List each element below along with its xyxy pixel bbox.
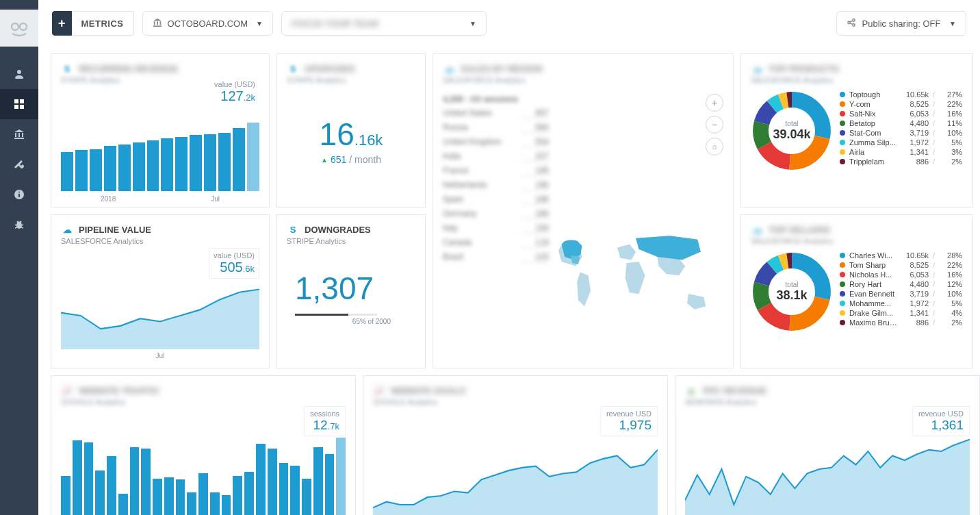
org-selector-label: OCTOBOARD.COM (168, 18, 248, 29)
card-pipeline-value[interactable]: ☁PIPELINE VALUE SALESFORCE Analytics val… (51, 214, 270, 368)
metrics-button[interactable]: METRICS (72, 11, 134, 36)
legend-item: Rory Hart4,480/12% (840, 279, 963, 289)
legend-item: Airla1,341/3% (840, 147, 963, 157)
legend-item: Tom Sharp8,525/22% (840, 260, 963, 270)
sharing-selector[interactable]: Public sharing: OFF ▼ (836, 11, 966, 36)
card-upgrades[interactable]: SUPGRADES STRIPE Analytics 16.16k ▲ 651 … (276, 53, 426, 208)
svg-rect-4 (20, 99, 24, 103)
card-sales-by-region[interactable]: ☁SALES BY REGION SALESFORCE Analytics + … (433, 53, 734, 368)
legend-item: Maximo Bruce886/2% (840, 318, 963, 327)
org-selector[interactable]: OCTOBOARD.COM ▼ (142, 11, 273, 36)
legend-item: Evan Bennett3,719/10% (840, 289, 963, 299)
svg-rect-8 (18, 133, 20, 137)
svg-rect-21 (153, 21, 155, 25)
region-list: 4,200 - All sessionsUnited States957Russ… (443, 92, 549, 264)
world-map[interactable] (546, 191, 719, 347)
svg-rect-23 (159, 21, 161, 25)
legend-item: Nicholas H...6,053/16% (840, 270, 963, 279)
card-downgrades[interactable]: SDOWNGRADES STRIPE Analytics 1,307 65% o… (276, 214, 426, 368)
salesforce-icon: ☁ (61, 223, 73, 236)
nav-item-bug-icon[interactable] (0, 210, 38, 240)
analytics-icon: 📈 (61, 384, 73, 397)
nav-item-info-icon[interactable] (0, 179, 38, 210)
card-subtitle: GOOGLE Analytics (373, 398, 658, 406)
nav-item-plug-icon[interactable] (0, 149, 38, 179)
card-subtitle: SALESFORCE Analytics (751, 237, 963, 245)
legend-item: Betatop4,480/11% (840, 118, 963, 128)
value-tag: value (USD) 127.2k (210, 77, 259, 107)
legend-item: Salt-Nix6,053/16% (840, 109, 963, 118)
progress-bar (295, 314, 377, 316)
topbar: + METRICS OCTOBOARD.COM ▼ FOCUS YOUR TEA… (0, 0, 980, 47)
svg-line-29 (850, 23, 853, 24)
card-recurring-revenue[interactable]: SRECURRING REVENUE STRIPE Analytics valu… (51, 53, 270, 208)
line-chart (685, 434, 970, 515)
card-title: TOP SELLERS (769, 225, 830, 235)
svg-line-17 (15, 227, 17, 228)
app-logo (0, 10, 38, 47)
adwords-icon: ▲ (685, 384, 697, 397)
legend-item: Drake Gilm...1,341/4% (840, 308, 963, 318)
card-subtitle: ADWORDS Analytics (685, 398, 970, 406)
team-selector-label: FOCUS YOUR TEAM (292, 18, 378, 29)
card-title: UPGRADES (305, 64, 355, 74)
value-tag: sessions 12.7k (304, 406, 346, 436)
dashboard-content: SRECURRING REVENUE STRIPE Analytics valu… (38, 47, 980, 515)
legend-item: Tripplelam886/2% (840, 157, 963, 166)
nav-item-bank-icon[interactable] (0, 119, 38, 149)
home-button[interactable]: ⌂ (706, 138, 723, 155)
card-subtitle: STRIPE Analytics (287, 237, 415, 245)
bank-icon (153, 18, 162, 29)
card-ppc-revenue[interactable]: ▲PPC REVENUE ADWORDS Analytics revenue U… (675, 375, 980, 515)
value-tag: revenue USD 1,361 (912, 406, 970, 436)
card-subtitle: SALESFORCE Analytics (61, 237, 259, 245)
chart-legend: Toptough10.65k/27%Y-com8,525/22%Salt-Nix… (840, 90, 963, 172)
card-website-traffic[interactable]: 📈WEBSITE TRAFFIC GOOGLE Analytics sessio… (51, 375, 356, 515)
add-icon[interactable]: + (52, 11, 72, 36)
svg-point-14 (16, 222, 22, 229)
svg-point-25 (848, 21, 851, 24)
salesforce-icon: ☁ (443, 62, 455, 75)
caret-down-icon: ▼ (949, 20, 956, 27)
zoom-out-button[interactable]: − (706, 116, 723, 134)
donut-chart: total39.04k (751, 90, 833, 172)
legend-item: Charles Wi...10.65k/28% (840, 251, 963, 260)
sidebar-nav (0, 0, 38, 515)
card-title: TOP PRODUCTS (769, 64, 839, 74)
arrow-up-icon: ▲ (321, 156, 328, 164)
nav-item-dashboard-icon[interactable] (0, 89, 38, 119)
svg-rect-22 (157, 21, 158, 25)
svg-point-19 (17, 221, 19, 223)
salesforce-icon: ☁ (751, 223, 763, 236)
caret-down-icon: ▼ (469, 20, 476, 27)
team-selector[interactable]: FOCUS YOUR TEAM ▼ (281, 11, 487, 36)
card-title: WEBSITE GOALS (391, 386, 465, 396)
stripe-icon: S (287, 62, 299, 75)
card-title: PIPELINE VALUE (79, 225, 151, 235)
zoom-in-button[interactable]: + (706, 94, 723, 112)
legend-item: Y-com8,525/22% (840, 99, 963, 109)
card-top-sellers[interactable]: ☁TOP SELLERS SALESFORCE Analytics total3… (740, 214, 973, 368)
svg-point-2 (17, 70, 21, 74)
progress-label: 65% of 2000 (295, 318, 391, 325)
nav-item-user-icon[interactable] (0, 59, 38, 89)
legend-item: Mohamme...1,972/5% (840, 299, 963, 308)
card-website-goals[interactable]: 📈WEBSITE GOALS GOOGLE Analytics revenue … (363, 375, 668, 515)
chart-axis: 2018Jul (61, 195, 259, 203)
svg-point-13 (18, 192, 20, 193)
share-icon (847, 18, 856, 29)
svg-line-16 (22, 225, 23, 225)
metric-delta: ▲ 651 / month (287, 154, 415, 165)
svg-point-20 (20, 221, 22, 223)
area-chart (61, 284, 259, 349)
card-top-products[interactable]: ☁TOP PRODUCTS SALESFORCE Analytics total… (740, 53, 973, 208)
svg-rect-9 (22, 133, 23, 137)
svg-point-27 (853, 23, 855, 26)
svg-rect-6 (20, 105, 24, 109)
svg-point-26 (853, 18, 855, 21)
svg-rect-24 (153, 25, 161, 27)
svg-rect-7 (15, 133, 16, 137)
svg-rect-12 (18, 194, 20, 197)
legend-item: Toptough10.65k/27% (840, 90, 963, 99)
svg-rect-5 (14, 105, 18, 109)
